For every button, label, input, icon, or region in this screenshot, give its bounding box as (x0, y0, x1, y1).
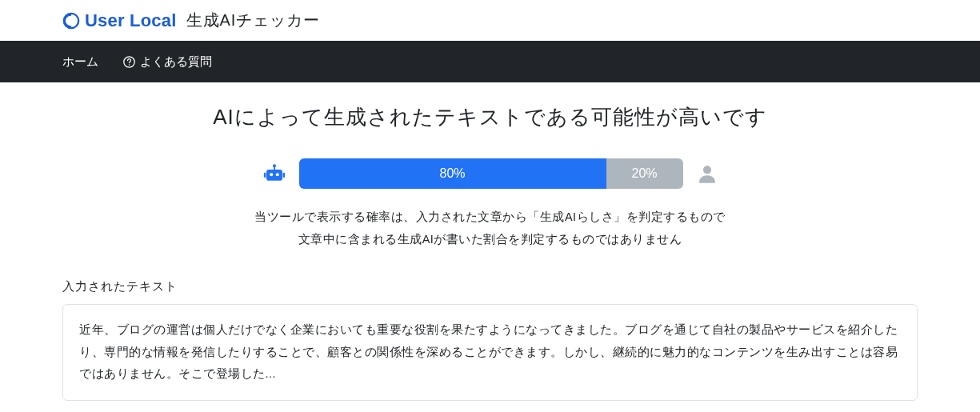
nav-faq[interactable]: よくある質問 (122, 54, 212, 70)
svg-point-2 (129, 64, 130, 66)
human-segment: 20% (606, 158, 683, 189)
input-section-label: 入力されたテキスト (62, 279, 918, 294)
input-text-display: 近年、ブログの運営は個人だけでなく企業においても重要な役割を果たすようになってき… (62, 304, 918, 401)
question-circle-icon (122, 55, 136, 69)
brand-name: User Local (85, 10, 177, 31)
nav-home-label: ホーム (62, 54, 98, 70)
person-icon (696, 162, 718, 185)
svg-rect-9 (282, 173, 285, 178)
svg-point-6 (270, 173, 273, 176)
result-heading: AIによって生成されたテキストである可能性が高いです (62, 103, 918, 131)
disclaimer-text: 当ツールで表示する確率は、入力された文章から「生成AIらしさ」を判定するもので … (62, 206, 918, 250)
robot-icon (262, 162, 286, 186)
main-content: AIによって生成されたテキストである可能性が高いです 80% 20% (0, 82, 980, 412)
svg-point-7 (275, 173, 278, 176)
app-title: 生成AIチェッカー (186, 10, 321, 31)
probability-bar: 80% 20% (299, 158, 683, 189)
nav-faq-label: よくある質問 (140, 54, 212, 70)
userlocal-logo-icon (62, 12, 80, 30)
nav-bar: ホーム よくある質問 (0, 41, 980, 82)
probability-gauge: 80% 20% (62, 158, 918, 189)
disclaimer-line-2: 文章中に含まれる生成AIが書いた割合を判定するものではありません (62, 229, 918, 251)
svg-point-10 (702, 166, 710, 174)
ai-percent-label: 80% (439, 166, 465, 181)
disclaimer-line-1: 当ツールで表示する確率は、入力された文章から「生成AIらしさ」を判定するもので (62, 206, 918, 229)
brand-logo[interactable]: User Local (62, 10, 177, 31)
human-percent-label: 20% (631, 166, 657, 181)
nav-home[interactable]: ホーム (62, 54, 98, 70)
svg-rect-5 (274, 166, 275, 170)
svg-rect-8 (263, 173, 266, 178)
svg-rect-3 (266, 170, 282, 181)
top-header: User Local 生成AIチェッカー (0, 0, 980, 41)
ai-segment: 80% (299, 158, 606, 189)
